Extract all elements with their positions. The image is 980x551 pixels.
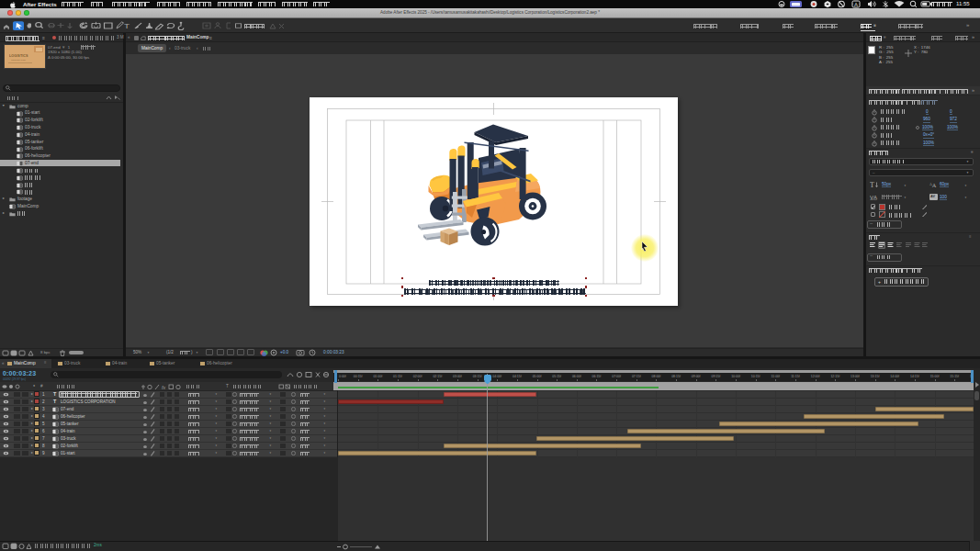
svg-text:ᴬA: ᴬA [929,182,937,188]
svg-text:T: T [124,22,130,29]
svg-text:V̲A̲: V̲A̲ [870,195,877,200]
svg-text:T: T [870,181,874,188]
svg-text:fx: fx [162,385,166,390]
svg-text:A: A [854,2,858,7]
